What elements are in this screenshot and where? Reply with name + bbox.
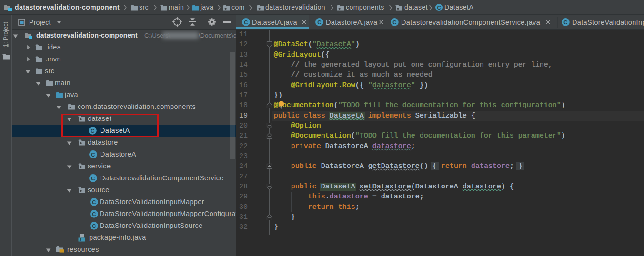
svg-text:C: C	[92, 223, 96, 229]
svg-text:C: C	[317, 20, 321, 25]
svg-text:C: C	[92, 199, 96, 205]
svg-text:C: C	[564, 20, 567, 25]
svg-text:C: C	[244, 20, 248, 25]
svg-text:J: J	[79, 237, 81, 242]
svg-text:C: C	[92, 211, 96, 217]
svg-text:C: C	[392, 20, 396, 25]
svg-text:C: C	[91, 152, 95, 158]
svg-text:C: C	[437, 5, 441, 10]
svg-text:C: C	[91, 176, 95, 181]
